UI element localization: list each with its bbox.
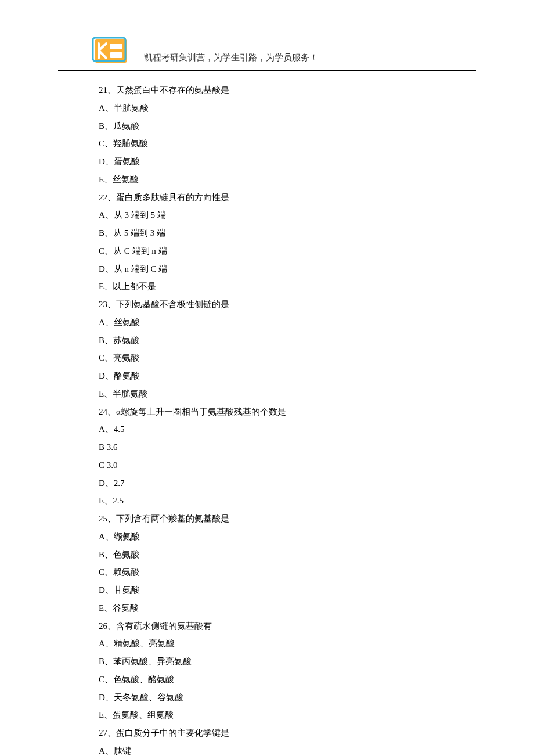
document-page: 凯程考研集训营，为学生引路，为学员服务！ 21、天然蛋白中不存在的氨基酸是 A、… — [0, 0, 534, 756]
text-line: A、精氨酸、亮氨酸 — [99, 635, 476, 653]
text-line: E、2.5 — [99, 492, 476, 510]
text-line: D、从 n 端到 C 端 — [99, 260, 476, 278]
text-line: D、2.7 — [99, 474, 476, 492]
text-line: B、瓜氨酸 — [99, 117, 476, 135]
text-line: B、苯丙氨酸、异亮氨酸 — [99, 653, 476, 671]
text-line: C 3.0 — [99, 456, 476, 474]
text-line: E、蛋氨酸、组氨酸 — [99, 706, 476, 724]
text-line: E、半胱氨酸 — [99, 385, 476, 403]
text-line: A、从 3 端到 5 端 — [99, 206, 476, 224]
page-header: 凯程考研集训营，为学生引路，为学员服务！ — [58, 35, 476, 67]
text-line: 27、蛋白质分子中的主要化学键是 — [99, 724, 476, 742]
text-line: E、丝氨酸 — [99, 171, 476, 189]
text-line: B、色氨酸 — [99, 546, 476, 564]
text-line: 24、α螺旋每上升一圈相当于氨基酸残基的个数是 — [99, 403, 476, 421]
document-body: 21、天然蛋白中不存在的氨基酸是 A、半胱氨酸 B、瓜氨酸 C、羟脯氨酸 D、蛋… — [58, 81, 476, 756]
text-line: 21、天然蛋白中不存在的氨基酸是 — [99, 81, 476, 99]
text-line: A、肽键 — [99, 742, 476, 756]
text-line: C、从 C 端到 n 端 — [99, 242, 476, 260]
text-line: 26、含有疏水侧链的氨基酸有 — [99, 617, 476, 635]
text-line: D、酪氨酸 — [99, 367, 476, 385]
text-line: C、色氨酸、酪氨酸 — [99, 671, 476, 689]
text-line: B 3.6 — [99, 438, 476, 456]
header-divider — [58, 70, 476, 71]
text-line: B、从 5 端到 3 端 — [99, 224, 476, 242]
text-line: A、半胱氨酸 — [99, 99, 476, 117]
text-line: D、蛋氨酸 — [99, 153, 476, 171]
text-line: D、甘氨酸 — [99, 581, 476, 599]
svg-rect-3 — [110, 52, 122, 58]
text-line: A、丝氨酸 — [99, 314, 476, 332]
header-slogan: 凯程考研集训营，为学生引路，为学员服务！ — [144, 52, 318, 67]
text-line: C、亮氨酸 — [99, 349, 476, 367]
text-line: E、以上都不是 — [99, 278, 476, 296]
text-line: 22、蛋白质多肽链具有的方向性是 — [99, 189, 476, 207]
text-line: D、天冬氨酸、谷氨酸 — [99, 689, 476, 707]
text-line: 25、下列含有两个羧基的氨基酸是 — [99, 510, 476, 528]
text-line: E、谷氨酸 — [99, 599, 476, 617]
brand-logo — [90, 35, 134, 67]
svg-rect-2 — [110, 44, 122, 49]
text-line: B、苏氨酸 — [99, 332, 476, 350]
text-line: C、赖氨酸 — [99, 563, 476, 581]
text-line: A、4.5 — [99, 420, 476, 438]
text-line: C、羟脯氨酸 — [99, 135, 476, 153]
text-line: A、缬氨酸 — [99, 528, 476, 546]
text-line: 23、下列氨基酸不含极性侧链的是 — [99, 296, 476, 314]
